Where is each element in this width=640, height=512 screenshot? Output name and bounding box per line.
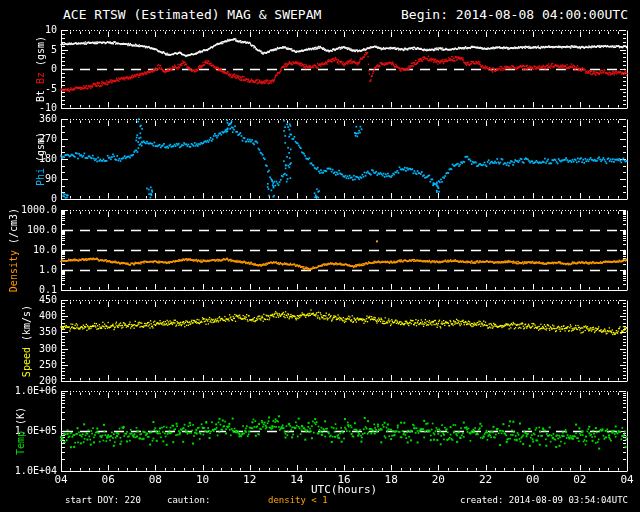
x-tick-label: 22 <box>473 474 499 486</box>
y-axis-title-part: Phi <box>35 168 46 186</box>
x-tick-label: 04 <box>48 474 74 486</box>
x-tick-label: 04 <box>614 474 640 486</box>
x-tick-label: 08 <box>142 474 168 486</box>
y-tick-label-bt-bz: 5 <box>0 44 57 56</box>
y-axis-title-part: (gsm) <box>35 36 46 72</box>
y-tick-label-temp: 1.0E+05 <box>0 425 57 437</box>
caution-value: density < 1 <box>268 495 328 505</box>
caution-label: caution: <box>167 495 210 505</box>
y-tick-label-bt-bz: 0 <box>0 63 57 75</box>
y-tick-label-bt-bz: 10 <box>0 24 57 36</box>
y-tick-label-temp: 1.0E+06 <box>0 385 57 397</box>
y-tick-label-phi: 180 <box>0 153 57 165</box>
x-tick-label: 02 <box>567 474 593 486</box>
x-tick-label: 18 <box>378 474 404 486</box>
y-axis-title-part: (K) <box>15 407 26 431</box>
y-axis-title-part: Speed <box>21 347 32 377</box>
x-tick-label: 20 <box>425 474 451 486</box>
y-axis-title-part: Density <box>8 250 19 292</box>
y-axis-title-part: (gsm) <box>35 132 46 168</box>
ace-rtsw-plot-page: ACE RTSW (Estimated) MAG & SWEPAM Begin:… <box>0 0 640 512</box>
x-tick-label: 10 <box>190 474 216 486</box>
created-timestamp: created: 2014-08-09 03:54:04UTC <box>460 495 628 505</box>
x-tick-label: 14 <box>284 474 310 486</box>
y-axis-title-part: Temp <box>15 431 26 455</box>
x-tick-label: 00 <box>520 474 546 486</box>
x-tick-label: 06 <box>95 474 121 486</box>
y-tick-label-bt-bz: -5 <box>0 83 57 95</box>
y-tick-label-phi: 270 <box>0 133 57 145</box>
x-tick-label: 12 <box>237 474 263 486</box>
y-tick-label-phi: 360 <box>0 113 57 125</box>
y-axis-title-part: Bz <box>35 72 46 84</box>
y-axis-title-part: Bt <box>35 84 46 102</box>
start-doy-label: start DOY: 220 <box>65 495 141 505</box>
y-axis-title-part: (/cm3) <box>8 208 19 250</box>
y-axis-title-part: (km/s) <box>21 304 32 346</box>
y-tick-label-phi: 90 <box>0 173 57 185</box>
chart-canvas <box>0 0 640 512</box>
